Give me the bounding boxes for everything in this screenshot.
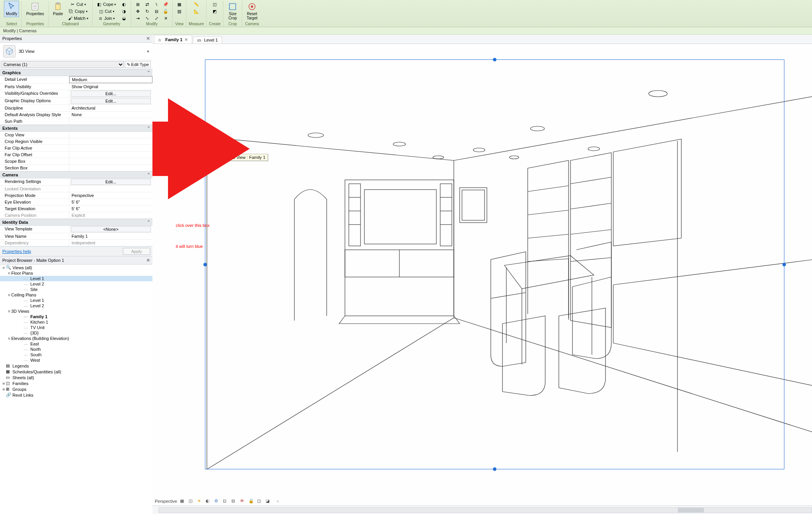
browser-node[interactable]: ⊞◫Families xyxy=(0,380,152,386)
browser-node[interactable]: —Level 1 xyxy=(0,298,152,303)
browser-node[interactable]: —Kitchen 1 xyxy=(0,319,152,325)
prop-row[interactable]: Camera PositionExplicit xyxy=(0,212,152,219)
prop-row[interactable]: Far Clip Offset xyxy=(0,152,152,158)
edit-type-button[interactable]: ✎Edit Type xyxy=(125,61,151,68)
join-button[interactable]: ⧈Join ▾ xyxy=(95,15,117,22)
prop-value[interactable] xyxy=(69,132,152,138)
tree-twisty[interactable]: ⊞ xyxy=(2,382,6,385)
browser-node[interactable]: ⊟🔍Views (all) xyxy=(0,265,152,270)
browser-node[interactable]: —West xyxy=(0,357,152,363)
browser-node[interactable]: —Level 1 xyxy=(0,276,152,281)
prop-value[interactable] xyxy=(69,138,152,145)
browser-node[interactable]: 🔗Revit Links xyxy=(0,392,152,398)
prop-row[interactable]: Scope Box xyxy=(0,158,152,165)
browser-node[interactable]: —TV Unit xyxy=(0,325,152,330)
tree-twisty[interactable]: ⊟ xyxy=(7,271,11,275)
reveal-icon[interactable]: ◪ xyxy=(266,498,271,504)
lock-icon[interactable]: 🔒 xyxy=(248,498,254,504)
prop-row[interactable]: Locked Orientation xyxy=(0,186,152,192)
horizontal-scrollbar[interactable] xyxy=(159,507,812,513)
prop-row[interactable]: Visibility/Graphics OverridesEdit... xyxy=(0,90,152,98)
browser-node[interactable]: ▭Sheets (all) xyxy=(0,375,152,380)
temp-hide-icon[interactable]: ◫ xyxy=(257,498,262,504)
prop-row[interactable]: Sun Path xyxy=(0,118,152,125)
view-tab[interactable]: ▭Level 1 xyxy=(193,36,222,44)
close-icon[interactable]: ✕ xyxy=(146,36,150,41)
measure-tool[interactable]: 📏 xyxy=(192,1,201,8)
tree-twisty[interactable]: ⊟ xyxy=(7,293,11,297)
cut-button[interactable]: ✂Cut ▾ xyxy=(66,1,90,8)
browser-node[interactable]: —Family 1 xyxy=(0,314,152,319)
browser-node[interactable]: ▤Legends xyxy=(0,363,152,369)
prop-value[interactable]: Explicit xyxy=(69,212,152,218)
cope-button[interactable]: ◧Cope ▾ xyxy=(95,1,117,8)
prop-value[interactable] xyxy=(69,165,152,171)
prop-value[interactable]: Medium xyxy=(69,76,152,83)
cut-geom-button[interactable]: ◫Cut ▾ xyxy=(95,8,117,15)
browser-node[interactable]: —Level 2 xyxy=(0,303,152,308)
prop-value[interactable] xyxy=(69,152,152,158)
prop-value[interactable]: Edit... xyxy=(71,98,151,104)
crop-handle-left[interactable] xyxy=(203,263,207,266)
browser-node[interactable]: ⊞⊞Groups xyxy=(0,386,152,392)
prop-section-header[interactable]: Extents⌃ xyxy=(0,125,152,132)
modify-tool[interactable]: ⑊ xyxy=(152,1,161,8)
prop-value[interactable] xyxy=(69,158,152,164)
crop-handle-bottom[interactable] xyxy=(493,467,497,471)
modify-tool[interactable]: ⤡ xyxy=(143,15,151,22)
close-icon[interactable]: × xyxy=(185,37,188,42)
prop-row[interactable]: View NameFamily 1 xyxy=(0,233,152,240)
prop-value[interactable] xyxy=(69,145,152,151)
size-crop-button[interactable]: Size Crop xyxy=(226,1,240,21)
crop-handle-top[interactable] xyxy=(493,58,497,61)
geom-tool-3[interactable]: ◒ xyxy=(120,15,128,22)
geom-tool-1[interactable]: ◐ xyxy=(120,1,128,8)
browser-node[interactable]: ▦Schedules/Quantities (all) xyxy=(0,369,152,375)
prop-row[interactable]: DependencyIndependent xyxy=(0,240,152,246)
browser-node[interactable]: —East xyxy=(0,341,152,347)
reset-target-button[interactable]: Reset Target xyxy=(245,1,259,21)
sun-path-icon[interactable]: ☀ xyxy=(197,498,203,504)
modify-tool[interactable]: ⊞ xyxy=(133,1,142,8)
modify-tool[interactable]: ⇄ xyxy=(143,1,151,8)
prop-row[interactable]: Parts VisibilityShow Original xyxy=(0,84,152,90)
browser-node[interactable]: —North xyxy=(0,347,152,352)
modify-button[interactable]: Modify xyxy=(4,1,19,17)
browser-node[interactable]: —South xyxy=(0,352,152,357)
properties-help-link[interactable]: Properties help xyxy=(2,249,31,254)
prop-value[interactable]: Perspective xyxy=(69,192,152,199)
prop-value[interactable]: 5' 6" xyxy=(69,206,152,212)
modify-tool[interactable]: ⊟ xyxy=(152,8,161,15)
modify-tool[interactable]: ⇥ xyxy=(133,15,142,22)
prop-row[interactable]: View Template<None> xyxy=(0,226,152,233)
crop-view-icon[interactable]: ⊡ xyxy=(223,498,228,504)
browser-node[interactable]: ⊟Elevations (Building Elevation) xyxy=(0,336,152,341)
prop-value[interactable]: <None> xyxy=(71,226,151,232)
properties-button[interactable]: Properties xyxy=(24,1,46,17)
paste-button[interactable]: Paste xyxy=(51,1,65,17)
prop-row[interactable]: Target Elevation5' 6" xyxy=(0,206,152,212)
modify-tool[interactable]: ↻ xyxy=(143,8,151,15)
tree-twisty[interactable]: ⊞ xyxy=(2,387,6,391)
prop-section-header[interactable]: Camera⌃ xyxy=(0,171,152,178)
modify-tool[interactable]: 🔓 xyxy=(161,8,170,15)
prop-value[interactable]: Edit... xyxy=(71,179,151,185)
prop-section-header[interactable]: Graphics⌃ xyxy=(0,69,152,76)
prop-row[interactable]: Graphic Display OptionsEdit... xyxy=(0,98,152,105)
browser-node[interactable]: —Site xyxy=(0,287,152,292)
chevron-down-icon[interactable]: ▾ xyxy=(147,49,149,54)
browser-node[interactable]: ⊟Ceiling Plans xyxy=(0,292,152,298)
crop-handle-right[interactable] xyxy=(782,263,786,266)
prop-value[interactable]: Architectural xyxy=(69,105,152,111)
prop-row[interactable]: Rendering SettingsEdit... xyxy=(0,178,152,186)
apply-button[interactable]: Apply xyxy=(123,248,150,255)
browser-node[interactable]: ⊟3D Views xyxy=(0,308,152,314)
render-icon[interactable]: ⚙ xyxy=(214,498,220,504)
browser-node[interactable]: —Level 2 xyxy=(0,281,152,287)
type-selector[interactable]: 3D View ▾ xyxy=(0,43,152,60)
drawing-canvas[interactable]: Cameras : 3D View : Family 1 click over … xyxy=(152,44,812,505)
prop-value[interactable]: Show Original xyxy=(69,84,152,90)
modify-tool[interactable]: 📌 xyxy=(161,1,170,8)
create-tool[interactable]: ◫ xyxy=(210,1,219,8)
prop-row[interactable]: Section Box xyxy=(0,165,152,171)
